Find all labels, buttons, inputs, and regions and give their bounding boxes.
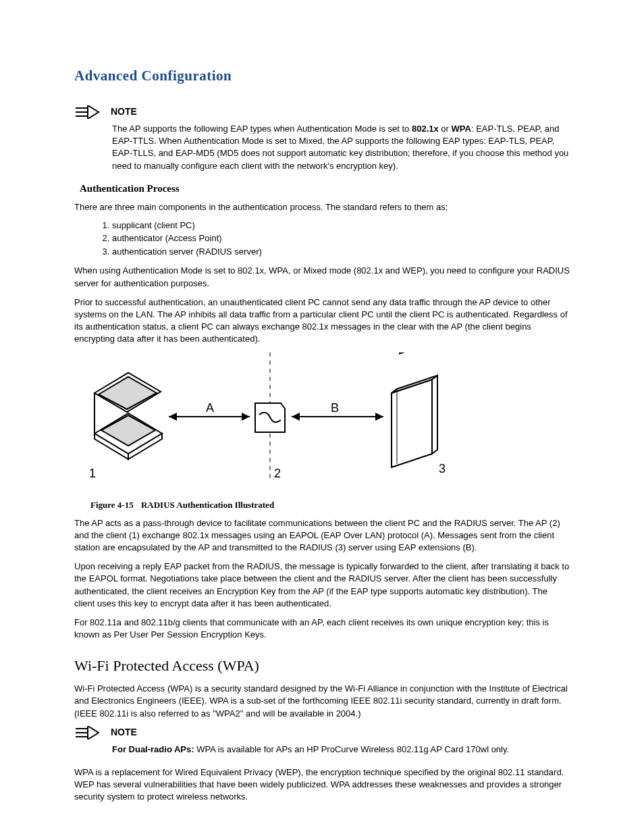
figure-label-b: B <box>331 401 339 415</box>
svg-marker-21 <box>432 375 437 454</box>
figure-label-3: 3 <box>439 462 446 475</box>
note-block: NOTE <box>74 105 570 119</box>
note-label: NOTE <box>111 105 137 119</box>
figure-radius-auth: A B 1 2 3 <box>81 353 570 490</box>
figure-title: RADIUS Authentication Illustrated <box>141 500 274 510</box>
figure-label-2: 2 <box>274 467 281 480</box>
figure-caption: Figure 4-15 RADIUS Authentication Illust… <box>90 500 570 511</box>
text-bold: 802.1x <box>412 124 439 134</box>
svg-rect-23 <box>400 353 406 354</box>
paragraph: For 802.11a and 802.11b/g clients that c… <box>74 617 570 641</box>
text: or <box>439 124 452 134</box>
paragraph: When using Authentication Mode is set to… <box>74 265 570 289</box>
text-bold: WPA <box>452 124 471 134</box>
note-body: The AP supports the following EAP types … <box>112 123 570 172</box>
text-bold: For Dual-radio APs: <box>112 744 194 754</box>
note-body: For Dual-radio APs: WPA is available for… <box>112 744 570 756</box>
paragraph: Upon receiving a reply EAP packet from t… <box>74 561 570 610</box>
note-arrow-icon <box>74 726 100 739</box>
list-item: supplicant (client PC) <box>112 219 570 232</box>
paragraph: Wi-Fi Protected Access (WPA) is a securi… <box>74 683 570 720</box>
paragraph: There are three main components in the a… <box>74 201 570 213</box>
paragraph: Prior to successful authentication, an u… <box>74 296 570 346</box>
paragraph: The AP acts as a pass-through device to … <box>74 517 570 554</box>
component-list: supplicant (client PC) authenticator (Ac… <box>99 219 570 259</box>
svg-marker-10 <box>99 377 157 409</box>
svg-marker-19 <box>392 380 432 467</box>
note-arrow-icon <box>74 105 100 119</box>
figure-label-a: A <box>206 401 214 415</box>
section-title: Advanced Configuration <box>74 68 570 84</box>
subheading-auth-process: Authentication Process <box>80 183 570 194</box>
svg-marker-14 <box>169 413 177 421</box>
figure-number: Figure 4-15 <box>90 500 134 510</box>
text: WPA is available for APs an HP ProCurve … <box>194 744 510 754</box>
svg-marker-17 <box>292 413 300 421</box>
note-block: NOTE <box>74 725 570 739</box>
svg-marker-15 <box>242 413 250 421</box>
list-item: authentication server (RADIUS server) <box>112 245 570 259</box>
paragraph: WPA is a replacement for Wired Equivalen… <box>74 766 570 804</box>
text: The AP supports the following EAP types … <box>112 124 412 134</box>
note-label: NOTE <box>111 725 137 739</box>
svg-marker-18 <box>375 413 383 421</box>
svg-marker-3 <box>88 105 99 119</box>
heading-wpa: Wi-Fi Protected Access (WPA) <box>74 657 570 675</box>
list-item: authenticator (Access Point) <box>112 232 570 245</box>
svg-marker-27 <box>88 726 99 739</box>
figure-label-1: 1 <box>89 467 96 480</box>
